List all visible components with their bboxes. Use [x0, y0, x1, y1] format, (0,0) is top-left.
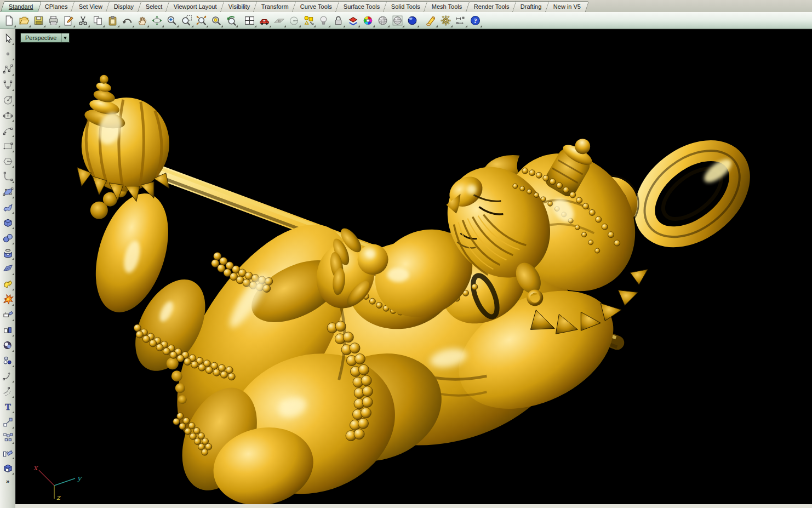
tab-render-tools[interactable]: Render Tools [466, 1, 518, 12]
lock-objects-button[interactable] [331, 13, 346, 28]
svg-text:?: ? [473, 17, 477, 25]
tab-label: Set View [79, 2, 102, 12]
pendant-model[interactable] [76, 72, 756, 504]
shaded-viewport-icon [377, 15, 388, 26]
tab-set-view[interactable]: Set View [71, 1, 111, 12]
explode-button[interactable] [1, 292, 15, 306]
viewport-dropdown[interactable] [61, 33, 69, 42]
pan-view-button[interactable] [135, 13, 150, 28]
interpolate-curve-button[interactable] [1, 77, 15, 92]
tab-transform[interactable]: Transform [253, 1, 297, 12]
arc-button[interactable] [1, 123, 15, 138]
solid-tools-button[interactable] [1, 461, 15, 475]
single-point-button[interactable] [1, 47, 15, 61]
zoom-selected-icon [210, 15, 222, 26]
new-document-button[interactable] [2, 13, 16, 28]
fillet-curves-button[interactable] [1, 169, 15, 184]
tab-label: Visibility [228, 2, 250, 12]
join-button[interactable] [1, 338, 15, 352]
surface-from-points-button[interactable] [1, 185, 15, 199]
group-button[interactable] [1, 353, 15, 368]
tab-label: Solid Tools [391, 2, 420, 12]
revolve-button[interactable] [1, 246, 15, 260]
tab-curve-tools[interactable]: Curve Tools [292, 1, 340, 12]
perspective-viewport[interactable]: Perspective [15, 29, 812, 504]
trim-button[interactable] [1, 307, 15, 322]
ellipse-button[interactable] [1, 108, 15, 122]
sphere-button[interactable] [1, 231, 15, 245]
cplane-axis-gizmo: x y z [19, 463, 85, 502]
zoom-window-button[interactable] [179, 13, 194, 28]
offset-curve-button[interactable] [1, 384, 15, 398]
circle-button[interactable] [1, 93, 15, 107]
open-file-button[interactable] [16, 13, 31, 28]
paste-button[interactable] [105, 13, 120, 28]
control-point-curve-button[interactable] [1, 62, 15, 76]
tab-standard[interactable]: Standard [1, 1, 42, 12]
tab-solid-tools[interactable]: Solid Tools [383, 1, 428, 12]
dimension-button[interactable] [453, 13, 468, 28]
copy-button[interactable] [90, 13, 105, 28]
save-file-button[interactable] [31, 13, 46, 28]
split-button[interactable] [1, 323, 15, 337]
tab-surface-tools[interactable]: Surface Tools [335, 1, 388, 12]
tab-drafting[interactable]: Drafting [512, 1, 550, 12]
options-button[interactable] [438, 13, 453, 28]
surface-from-curves-button[interactable] [1, 200, 15, 214]
paste-icon [107, 15, 118, 26]
boolean-union-button[interactable] [1, 277, 15, 291]
surface-from-points-icon [2, 186, 14, 198]
tab-label: Mesh Tools [432, 2, 462, 12]
tab-visibility[interactable]: Visibility [220, 1, 259, 12]
main-toolbar: ? [0, 12, 812, 29]
text-object-icon: T [2, 401, 14, 413]
rendered-viewport-button[interactable] [390, 13, 405, 28]
select-button[interactable] [1, 31, 15, 45]
tab-mesh-tools[interactable]: Mesh Tools [424, 1, 471, 12]
undo-button[interactable] [120, 13, 135, 28]
spotlight-button[interactable] [424, 13, 438, 28]
print-button[interactable] [46, 13, 61, 28]
render-button[interactable] [405, 13, 420, 28]
zoom-in-button[interactable] [164, 13, 179, 28]
set-cplane-button[interactable] [272, 13, 287, 28]
tab-label: Select [145, 2, 162, 12]
tab-viewport-layout[interactable]: Viewport Layout [165, 1, 225, 12]
solid-tools-icon [2, 463, 14, 474]
viewport-canvas[interactable] [16, 30, 812, 504]
help-button[interactable]: ? [468, 13, 483, 28]
selection-filter-button[interactable] [301, 13, 316, 28]
lamp-light-button[interactable] [316, 13, 331, 28]
surface-patch-button[interactable] [1, 261, 15, 276]
orient-button[interactable] [1, 446, 15, 460]
zoom-previous-button[interactable] [224, 13, 238, 28]
layers-button[interactable] [346, 13, 361, 28]
rectangle-button[interactable] [1, 139, 15, 153]
cut-button[interactable] [76, 13, 90, 28]
zoom-selected-button[interactable] [209, 13, 224, 28]
move-button[interactable] [1, 415, 15, 429]
text-object-button[interactable]: T [1, 399, 15, 414]
box-button[interactable] [1, 215, 15, 230]
zoom-extents-button[interactable] [194, 13, 209, 28]
tab-new-in-v5[interactable]: New in V5 [545, 1, 590, 12]
y-axis-line [54, 478, 75, 486]
viewport-title-tab[interactable]: Perspective [20, 33, 70, 43]
polygon-button[interactable] [1, 154, 15, 168]
color-wheel-button[interactable] [361, 13, 375, 28]
rotate-view-button[interactable] [150, 13, 164, 28]
shaded-viewport-button[interactable] [375, 13, 390, 28]
copy-array-button[interactable] [1, 430, 15, 444]
print-icon [48, 15, 59, 26]
viewport-title[interactable]: Perspective [21, 33, 61, 42]
export-annotate-button[interactable] [61, 13, 76, 28]
tab-cplanes[interactable]: CPlanes [36, 1, 76, 12]
viewport-layout-button[interactable] [242, 13, 257, 28]
more-tools-button[interactable]: » [6, 478, 9, 484]
tab-display[interactable]: Display [106, 1, 142, 12]
named-views-button[interactable] [257, 13, 272, 28]
set-cplane-icon [273, 15, 285, 26]
measure-radius-button[interactable] [287, 13, 301, 28]
extend-curve-button[interactable] [1, 369, 15, 383]
tab-label: Render Tools [474, 2, 510, 12]
